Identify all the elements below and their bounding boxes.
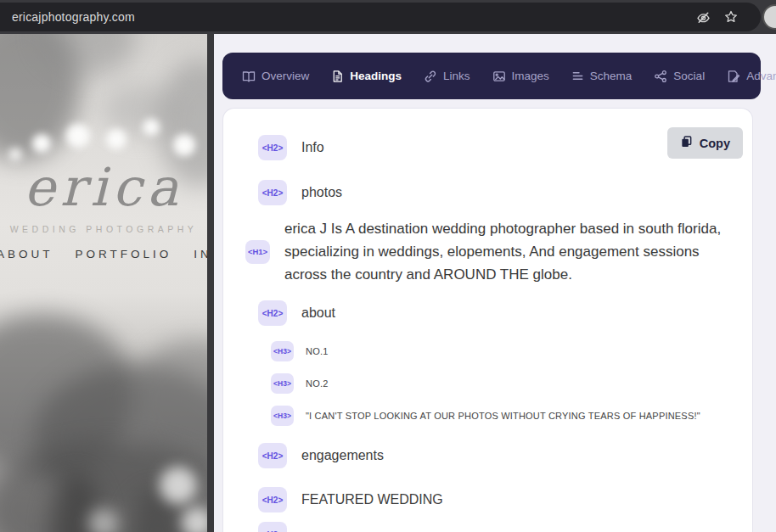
heading-text: photos <box>301 185 342 200</box>
file-icon <box>727 70 740 83</box>
h2-tag-badge: <H2> <box>258 300 287 326</box>
panel-navbar: Overview Headings <box>222 53 761 99</box>
heading-row: <H2> Info <box>258 135 732 160</box>
tab-label: Images <box>512 70 549 82</box>
tab-label: Social <box>673 70 705 82</box>
profile-avatar[interactable] <box>762 4 776 30</box>
heading-row: <H2> engagements <box>258 443 732 468</box>
star-icon[interactable] <box>723 9 739 25</box>
heading-row: <H1> erica J Is A destination wedding ph… <box>245 217 732 286</box>
h2-tag-badge: <H2> <box>258 522 287 532</box>
site-logo-script[interactable]: erica <box>0 156 207 218</box>
headings-card: Copy <H2> Info <H2> photos <H1> erica J … <box>222 108 753 532</box>
link-icon <box>424 70 437 83</box>
heading-row: <H2> photos <box>258 180 732 205</box>
url-text[interactable]: ericajphotography.com <box>12 10 135 24</box>
copy-button-label: Copy <box>700 137 730 150</box>
tab-overview[interactable]: Overview <box>242 70 309 83</box>
book-open-icon <box>242 70 256 83</box>
image-icon <box>492 70 506 83</box>
site-nav: ABOUT PORTFOLIO INFO <box>0 248 207 260</box>
heading-row: <H3> NO.2 <box>271 373 732 394</box>
heading-row: <H3> "I CAN'T STOP LOOKING AT OUR PHOTOS… <box>271 406 732 426</box>
site-nav-info[interactable]: INFO <box>194 248 207 260</box>
tab-headings[interactable]: Headings <box>331 70 402 83</box>
tab-label: Advanced <box>746 70 776 82</box>
h2-tag-badge: <H2> <box>258 487 287 512</box>
h1-tag-badge: <H1> <box>245 240 270 264</box>
heading-text: FEATURED WEDDING <box>301 492 443 507</box>
seo-panel: Overview Headings <box>214 34 776 532</box>
site-nav-about[interactable]: ABOUT <box>0 248 53 260</box>
site-nav-portfolio[interactable]: PORTFOLIO <box>76 248 172 260</box>
tab-schema[interactable]: Schema <box>571 70 633 82</box>
headings-list: <H2> Info <H2> photos <H1> erica J Is A … <box>223 109 752 532</box>
h2-tag-badge: <H2> <box>258 135 287 160</box>
address-bar[interactable]: ericajphotography.com <box>0 3 761 31</box>
copy-button[interactable]: Copy <box>667 127 743 159</box>
document-icon <box>331 70 344 83</box>
copy-icon <box>680 135 693 151</box>
h3-tag-badge: <H3> <box>271 406 294 426</box>
heading-text: "I CAN'T STOP LOOKING AT OUR PHOTOS WITH… <box>306 411 700 421</box>
website-preview: erica WEDDING PHOTOGRAPHY ABOUT PORTFOLI… <box>0 34 207 532</box>
heading-row: <H3> NO.1 <box>271 341 732 361</box>
h3-tag-badge: <H3> <box>271 373 294 394</box>
heading-row: <H2> FEATURED WEDDING <box>258 487 732 512</box>
share-icon <box>654 70 667 83</box>
browser-toolbar: ericajphotography.com <box>0 0 776 34</box>
tab-label: Headings <box>350 70 402 82</box>
heading-row: <H2> about <box>258 300 732 326</box>
tab-label: Schema <box>590 70 633 82</box>
h2-tag-badge: <H2> <box>258 443 287 468</box>
panel-divider <box>207 34 214 532</box>
tab-images[interactable]: Images <box>492 70 549 83</box>
site-logo-subtitle: WEDDING PHOTOGRAPHY <box>0 224 207 234</box>
tab-social[interactable]: Social <box>654 70 705 83</box>
window-content: erica WEDDING PHOTOGRAPHY ABOUT PORTFOLI… <box>0 34 776 532</box>
tab-links[interactable]: Links <box>424 70 470 83</box>
heading-text: Info <box>301 140 324 155</box>
heading-text: engagements <box>301 448 384 463</box>
h3-tag-badge: <H3> <box>271 341 294 361</box>
list-icon <box>571 70 584 82</box>
heading-text: NO.2 <box>306 378 328 389</box>
site-background-photo <box>0 34 207 532</box>
heading-text: NO.1 <box>306 346 328 356</box>
heading-text: erica J Is A destination wedding photogr… <box>284 217 728 286</box>
tab-label: Links <box>443 70 470 82</box>
h2-tag-badge: <H2> <box>258 180 287 205</box>
heading-row-partial: <H2> <box>258 522 732 532</box>
eye-off-icon[interactable] <box>695 9 711 25</box>
tab-advanced[interactable]: Advanced <box>727 70 776 83</box>
tab-label: Overview <box>261 70 309 82</box>
heading-text: about <box>301 305 335 321</box>
